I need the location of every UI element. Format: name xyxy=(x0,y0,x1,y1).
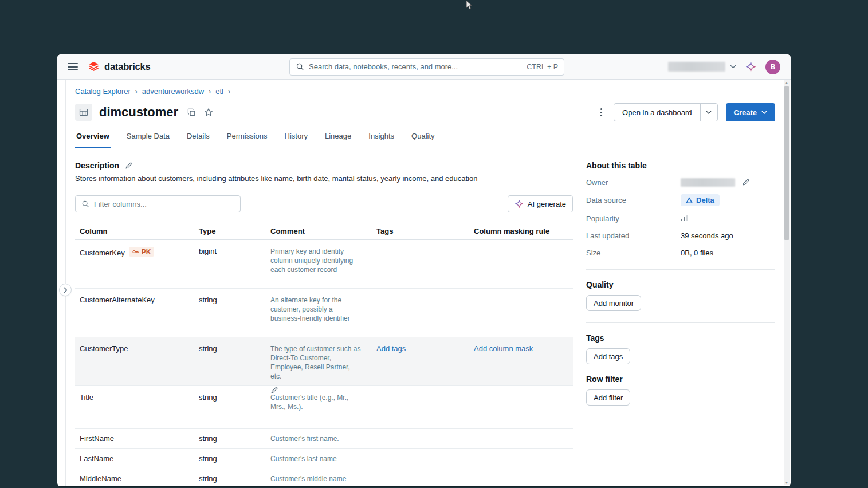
add-tags-link[interactable]: Add tags xyxy=(376,344,406,353)
filter-columns-input[interactable]: Filter columns... xyxy=(75,195,241,212)
search-icon xyxy=(81,200,89,208)
add-column-mask-link[interactable]: Add column mask xyxy=(474,344,533,353)
table-row[interactable]: LastNamestringCustomer's last name xyxy=(75,449,573,469)
about-label: Popularity xyxy=(586,214,681,223)
breadcrumb-link[interactable]: Catalog Explorer xyxy=(75,87,131,96)
column-comment-cell: Customer's middle name xyxy=(266,469,372,486)
expand-sidebar-button[interactable] xyxy=(59,284,72,296)
column-comment-cell: Customer's title (e.g., Mr., Mrs., Ms.). xyxy=(266,386,372,428)
column-comment: Customer's middle name xyxy=(270,474,362,483)
column-name: CustomerAlternateKey xyxy=(80,296,155,304)
tab-overview[interactable]: Overview xyxy=(75,132,111,148)
column-tags-cell xyxy=(372,240,469,288)
column-header[interactable]: Tags xyxy=(372,223,469,239)
ai-generate-button[interactable]: AI generate xyxy=(508,195,573,212)
column-comment-cell: An alternate key for the customer, possi… xyxy=(266,289,372,337)
user-avatar[interactable]: B xyxy=(765,60,780,74)
page-header: dimcustomer xyxy=(75,103,775,121)
table-row[interactable]: FirstNamestringCustomer's first name. xyxy=(75,429,573,449)
page-content: Catalog Explorer›adventureworksdw›etl› d… xyxy=(57,80,791,486)
open-in-dashboard-caret[interactable] xyxy=(700,104,717,121)
column-name: CustomerKey xyxy=(80,249,125,257)
column-mask-cell xyxy=(469,240,573,288)
scroll-up-icon[interactable]: ▲ xyxy=(784,80,790,85)
table-row[interactable]: CustomerAlternateKeystringAn alternate k… xyxy=(75,289,573,337)
column-comment: Customer's last name xyxy=(270,454,362,463)
edit-description-icon[interactable] xyxy=(125,162,133,170)
row-filter-title: Row filter xyxy=(586,375,775,384)
tab-permissions[interactable]: Permissions xyxy=(226,132,269,148)
search-shortcut: CTRL + P xyxy=(527,63,558,71)
column-type: string xyxy=(194,386,266,428)
hamburger-menu-icon[interactable] xyxy=(68,63,78,70)
column-comment: Customer's first name. xyxy=(270,434,362,443)
column-name-cell: CustomerAlternateKey xyxy=(75,289,194,337)
add-filter-button[interactable]: Add filter xyxy=(586,389,630,406)
column-type: string xyxy=(194,469,266,486)
add-tags-button[interactable]: Add tags xyxy=(586,348,630,364)
add-monitor-button[interactable]: Add monitor xyxy=(586,295,641,311)
column-comment-cell: Primary key and identity column uniquely… xyxy=(266,240,372,288)
column-mask-cell xyxy=(469,469,573,486)
column-header[interactable]: Column xyxy=(75,223,194,239)
column-tags-cell xyxy=(372,429,469,448)
open-in-dashboard-button[interactable]: Open in a dashboard xyxy=(614,104,700,121)
databricks-brand[interactable]: databricks xyxy=(87,60,151,73)
favorite-star-icon[interactable] xyxy=(203,107,214,118)
tags-title: Tags xyxy=(586,333,775,343)
column-header[interactable]: Type xyxy=(194,223,266,239)
popularity-icon xyxy=(681,215,688,221)
databricks-logo-icon xyxy=(87,60,100,73)
table-row[interactable]: CustomerTypestringThe type of customer s… xyxy=(75,337,573,386)
scrollbar-thumb[interactable] xyxy=(784,86,789,240)
breadcrumb-link[interactable]: adventureworksdw xyxy=(142,87,204,96)
column-name: Title xyxy=(80,393,93,402)
vertical-scrollbar[interactable]: ▲ ▼ xyxy=(784,80,790,485)
columns-table: ColumnTypeCommentTagsColumn masking rule… xyxy=(75,223,573,486)
tab-lineage[interactable]: Lineage xyxy=(324,132,352,148)
copy-name-icon[interactable] xyxy=(186,107,197,118)
about-label: Size xyxy=(586,249,681,257)
table-row[interactable]: MiddleNamestringCustomer's middle name xyxy=(75,469,573,486)
chevron-down-icon xyxy=(706,111,712,114)
column-comment: The type of customer such as Direct-To C… xyxy=(270,344,362,381)
assistant-sparkle-icon[interactable] xyxy=(745,61,756,72)
column-header[interactable]: Comment xyxy=(266,223,372,239)
delta-badge: Delta xyxy=(681,194,720,206)
create-button[interactable]: Create xyxy=(726,103,775,121)
description-text: Stores information about customers, incl… xyxy=(75,174,573,183)
filter-placeholder: Filter columns... xyxy=(94,200,147,208)
edit-owner-icon[interactable] xyxy=(742,178,750,186)
about-row: Last updated39 seconds ago xyxy=(586,230,775,241)
chevron-right-icon xyxy=(64,287,68,293)
pk-label: PK xyxy=(142,248,151,256)
tab-details[interactable]: Details xyxy=(186,132,211,148)
about-row: Data sourceDelta xyxy=(586,194,775,206)
table-row[interactable]: CustomerKeyPKbigintPrimary key and ident… xyxy=(75,240,573,289)
column-name: MiddleName xyxy=(80,474,121,483)
column-name: CustomerType xyxy=(80,344,128,353)
column-name-cell: MiddleName xyxy=(75,469,194,486)
column-mask-cell xyxy=(469,429,573,448)
tab-insights[interactable]: Insights xyxy=(367,132,395,148)
column-header[interactable]: Column masking rule xyxy=(469,223,573,239)
ai-sparkle-icon xyxy=(514,199,524,208)
tab-history[interactable]: History xyxy=(284,132,309,148)
scroll-down-icon[interactable]: ▼ xyxy=(784,479,790,485)
global-search-input[interactable]: Search data, notebooks, recents, and mor… xyxy=(289,58,564,76)
create-button-label: Create xyxy=(734,108,757,117)
top-navigation-bar: databricks Search data, notebooks, recen… xyxy=(57,54,791,80)
tab-sample-data[interactable]: Sample Data xyxy=(125,132,171,148)
column-mask-cell xyxy=(469,449,573,469)
column-type: bigint xyxy=(194,240,266,288)
column-type: string xyxy=(194,449,266,469)
breadcrumb-link[interactable]: etl xyxy=(215,87,223,96)
workspace-switcher[interactable] xyxy=(668,62,736,72)
table-row[interactable]: TitlestringCustomer's title (e.g., Mr., … xyxy=(75,386,573,429)
more-actions-kebab-icon[interactable] xyxy=(597,106,606,119)
about-value xyxy=(681,178,750,187)
chevron-down-icon xyxy=(730,65,736,69)
tab-quality[interactable]: Quality xyxy=(410,132,435,148)
open-in-dashboard-split-button: Open in a dashboard xyxy=(614,103,717,121)
column-tags-cell xyxy=(372,449,469,469)
